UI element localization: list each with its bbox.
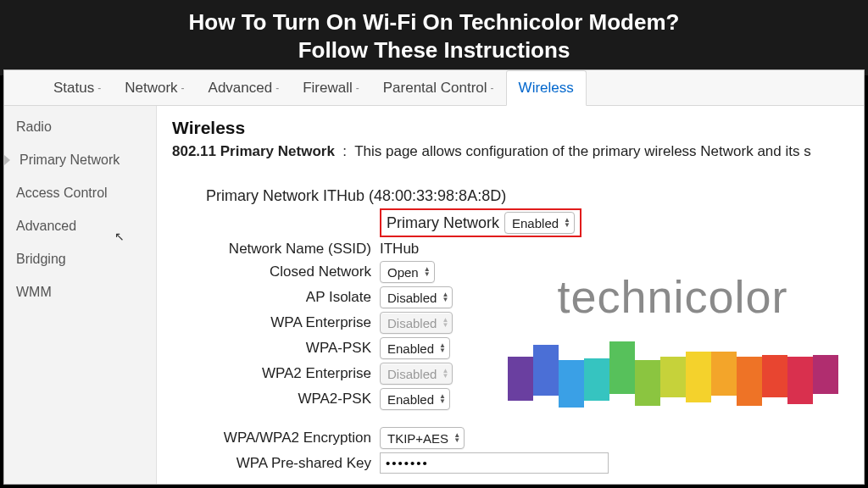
- psk-label: WPA Pre-shared Key: [172, 455, 380, 472]
- sidebar-item-advanced[interactable]: Advanced: [4, 210, 156, 243]
- content-pane: Wireless 802.11 Primary Network : This p…: [157, 106, 864, 484]
- chevron-down-icon: -: [491, 82, 494, 94]
- nav-tab-advanced[interactable]: Advanced -: [197, 70, 292, 105]
- form-area: Primary Network ITHub (48:00:33:98:8A:8D…: [172, 187, 864, 474]
- wpa2-psk-label: WPA2-PSK: [172, 391, 380, 408]
- chevron-down-icon: -: [97, 82, 101, 94]
- chevron-down-icon: -: [356, 82, 359, 94]
- select-arrows-icon: ▲▼: [442, 369, 448, 379]
- sidebar-item-primary-network[interactable]: Primary Network: [4, 144, 156, 177]
- select-arrows-icon: ▲▼: [424, 267, 431, 277]
- select-arrows-icon: ▲▼: [453, 433, 460, 443]
- encryption-label: WPA/WPA2 Encryption: [172, 430, 380, 446]
- wpa2-ent-label: WPA2 Enterprise: [172, 365, 380, 382]
- banner-line-2: Follow These Instructions: [0, 36, 868, 64]
- group-header: Primary Network ITHub (48:00:33:98:8A:8D…: [172, 187, 515, 205]
- closed-network-label: Closed Network: [172, 263, 380, 280]
- wpa2-enterprise-select: Disabled ▲▼: [380, 363, 453, 385]
- wpa-enterprise-select: Disabled ▲▼: [380, 312, 453, 334]
- chevron-down-icon: -: [181, 82, 185, 94]
- wpa-ent-label: WPA Enterprise: [172, 314, 380, 331]
- subtitle-text: This page allows configuration of the pr…: [354, 143, 811, 159]
- page-subtitle: 802.11 Primary Network : This page allow…: [172, 143, 864, 160]
- banner-line-1: How To Turn On Wi-Fi On Technicolor Mode…: [0, 8, 868, 36]
- wpa-psk-select[interactable]: Enabled ▲▼: [380, 337, 450, 359]
- psk-input[interactable]: [380, 452, 609, 474]
- ap-isolate-label: AP Isolate: [172, 289, 380, 306]
- primary-network-highlight: Primary Network Enabled ▲▼: [380, 208, 581, 237]
- nav-tab-parental-control[interactable]: Parental Control -: [371, 70, 506, 105]
- subtitle-bold: 802.11 Primary Network: [172, 143, 335, 159]
- ssid-label: Network Name (SSID): [172, 241, 380, 258]
- select-arrows-icon: ▲▼: [442, 292, 448, 302]
- select-arrows-icon: ▲▼: [439, 394, 446, 404]
- sidebar-item-wmm[interactable]: WMM: [4, 276, 156, 309]
- primary-network-select[interactable]: Enabled ▲▼: [504, 212, 575, 234]
- primary-network-label: Primary Network: [383, 214, 499, 232]
- page-title: Wireless: [172, 118, 864, 138]
- select-arrows-icon: ▲▼: [564, 218, 570, 228]
- cursor-icon: ↖: [114, 230, 125, 243]
- wireless-sidebar: RadioPrimary NetworkAccess ControlAdvanc…: [4, 106, 157, 484]
- encryption-select[interactable]: TKIP+AES ▲▼: [380, 427, 465, 449]
- select-arrows-icon: ▲▼: [439, 343, 446, 353]
- nav-tab-network[interactable]: Network -: [113, 70, 196, 105]
- top-navbar: Status -Network -Advanced -Firewall -Par…: [4, 70, 864, 106]
- sidebar-item-access-control[interactable]: Access Control: [4, 177, 156, 210]
- nav-tab-firewall[interactable]: Firewall -: [291, 70, 371, 105]
- ssid-value: ITHub: [380, 241, 419, 258]
- sidebar-item-radio[interactable]: Radio: [4, 111, 156, 144]
- closed-network-select[interactable]: Open ▲▼: [380, 261, 435, 283]
- ap-isolate-select[interactable]: Disabled ▲▼: [380, 286, 453, 308]
- wpa2-psk-select[interactable]: Enabled ▲▼: [380, 388, 450, 410]
- nav-tab-status[interactable]: Status -: [42, 70, 113, 105]
- article-title-banner: How To Turn On Wi-Fi On Technicolor Mode…: [0, 0, 868, 75]
- sidebar-item-bridging[interactable]: Bridging: [4, 243, 156, 276]
- select-arrows-icon: ▲▼: [442, 318, 448, 328]
- wpa-psk-label: WPA-PSK: [172, 340, 380, 357]
- chevron-down-icon: -: [275, 82, 279, 94]
- nav-tab-wireless[interactable]: Wireless: [506, 70, 587, 106]
- admin-window: Status -Network -Advanced -Firewall -Par…: [3, 69, 865, 485]
